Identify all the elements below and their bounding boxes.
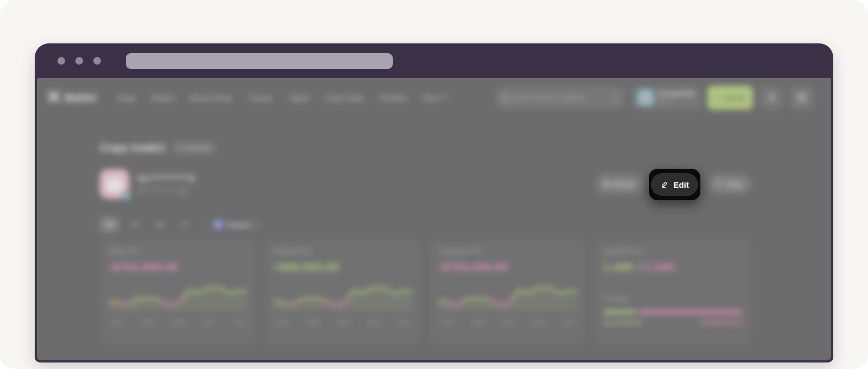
x-axis-labels: 11/07 11/08 11/09 11/10 11/11 [108,320,247,326]
title-row: Copy trade1 10d ago [100,141,751,154]
timeframe-filter-row: 7D 1M 3M All Solana [100,217,751,232]
window-close-button[interactable] [58,57,65,65]
date-tick: 11/10 [367,320,380,326]
chain-badge-icon [122,192,131,200]
nav-item-meme-pump[interactable]: Meme Pump [190,94,232,102]
card-label: Realized PnL [273,247,412,255]
page-title: Copy trade1 [100,141,165,154]
date-tick: 11/10 [532,320,545,326]
trader-avatar [100,169,129,199]
date-tick: 11/07 [441,320,454,326]
grid-icon [797,93,806,102]
nav-item-portfolio[interactable]: Portfolio [380,94,407,102]
brand[interactable]: Wallet [48,91,97,105]
app-viewport: Wallet Swap Market Meme Pump Tracker Sig… [37,78,831,360]
account-texts: Account 01 0x...4 [658,90,694,105]
card-value: -$763,458.09 [108,260,247,273]
trader-texts: 0x***********4 0x*********4 [138,174,195,194]
edit-button-spotlight: Edit [649,169,700,200]
filter-7d[interactable]: 7D [100,217,119,232]
bell-icon [767,93,776,103]
address-bar[interactable] [126,53,393,69]
window-maximize-button[interactable] [93,57,101,65]
date-tick: 11/07 [276,320,289,326]
nav-item-copy-trade[interactable]: Copy Trade [326,94,363,102]
window-minimize-button[interactable] [75,57,83,65]
copy-icon[interactable] [178,187,184,194]
stop-label: Stop [726,180,742,188]
screenshot-canvas: Wallet Swap Market Meme Pump Tracker Sig… [0,0,868,369]
app-content-blurred: Wallet Swap Market Meme Pump Tracker Sig… [37,78,831,360]
date-tick: 11/10 [202,320,215,326]
filter-1m[interactable]: 1M [125,217,144,232]
pause-icon [604,181,609,187]
turnover-buy-segment [603,310,636,314]
edit-button[interactable]: Edit [651,173,698,196]
card-value: 1.49K / 1.16K [603,260,742,273]
search-icon [501,94,508,101]
card-value: -$763,458.09 [438,260,577,273]
filter-all[interactable]: All [175,217,194,232]
top-navbar: Wallet Swap Market Meme Pump Tracker Sig… [37,78,831,117]
nav-item-signal[interactable]: Signal [289,94,310,102]
date-tick: 11/09 [171,320,184,326]
card-buy-sell-txns: Buy/Sell Txns 1.49K / 1.16K Turnover [595,240,751,344]
window-controls [58,57,101,65]
value-separator: / [638,260,641,273]
pause-button[interactable]: Pause [596,174,643,194]
trash-icon [717,181,722,187]
nav-item-market[interactable]: Market [152,94,174,102]
card-realized-pnl: Realized PnL +$90,853.69 11/07 11/08 11/… [265,240,421,344]
date-tick: 11/09 [336,320,349,326]
stop-button[interactable]: Stop [708,174,751,194]
search-input[interactable] [513,94,608,101]
boost-label: Boost [725,94,745,102]
navbar-right: Account 01 0x...4 Boost [496,86,814,110]
nav-more-label: More [423,94,440,102]
edit-button-label: Edit [673,180,688,189]
nav-item-tracker[interactable]: Tracker [248,94,273,102]
nav-item-swap[interactable]: Swap [117,94,136,102]
nav-item-more[interactable]: More [423,94,448,102]
browser-chrome [35,43,833,78]
date-tick: 11/08 [141,320,154,326]
chevron-down-icon [443,97,447,99]
apps-menu-button[interactable] [790,86,814,110]
solana-icon [214,220,223,229]
pnl-sparkline-chart [273,280,412,316]
chain-selector[interactable]: Solana [214,220,259,229]
card-unrealized-pnl: Unrealized PnL -$763,458.09 11/07 11/08 … [430,240,586,344]
x-axis-labels: 11/07 11/08 11/09 11/10 11/11 [438,320,577,326]
boost-flash-icon [715,94,722,101]
notifications-button[interactable] [760,86,783,110]
search-box[interactable] [496,86,625,109]
turnover-buy-text: Buy $3,344.12 [603,319,643,326]
boost-button[interactable]: Boost [707,86,753,110]
date-tick: 11/11 [397,320,410,326]
browser-window: Wallet Swap Market Meme Pump Tracker Sig… [35,43,833,362]
pnl-sparkline-chart [438,280,577,316]
trader-address-sub-text: 0x*********4 [138,186,174,194]
turnover-label: Turnover [603,295,742,303]
x-axis-labels: 11/07 11/08 11/09 11/10 11/11 [273,320,412,326]
sell-txns-value: 1.16K [644,260,676,273]
brand-name: Wallet [64,92,97,104]
pause-label: Pause [614,180,634,188]
date-tick: 11/09 [501,320,514,326]
account-switcher[interactable]: Account 01 0x...4 [631,86,701,110]
filter-3m[interactable]: 3M [150,217,169,232]
stats-cards-row: Total's PnL -$763,458.09 11/07 11/08 11/… [100,240,751,344]
account-name: Account 01 [658,90,694,98]
account-avatar [638,90,653,105]
card-total-pnl: Total's PnL -$763,458.09 11/07 11/08 11/… [100,240,256,344]
account-address: 0x...4 [658,98,694,105]
date-tick: 11/07 [111,320,124,326]
clock-icon [178,145,184,151]
pencil-icon [660,180,669,189]
buy-txns-value: 1.49K [603,260,635,273]
pnl-sparkline-chart [108,280,247,316]
turnover-sell-segment [639,310,742,314]
card-label: Buy/Sell Txns [603,247,742,255]
chevron-down-icon [255,224,259,226]
chain-selector-label: Solana [227,221,251,229]
